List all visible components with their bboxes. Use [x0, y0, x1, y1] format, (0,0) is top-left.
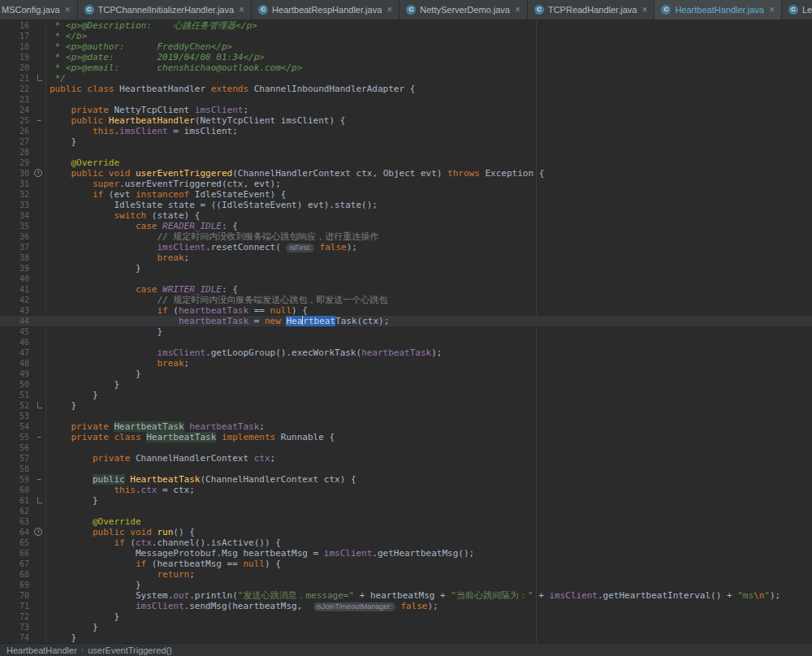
- editor-tab[interactable]: MSConfig.java×: [0, 0, 78, 19]
- close-icon[interactable]: ×: [387, 6, 392, 14]
- breadcrumb-item[interactable]: HeartbeatHandler: [6, 645, 77, 655]
- code-text[interactable]: }: [45, 495, 812, 506]
- editor-tab[interactable]: CHeartbeatRespHandler.java×: [252, 0, 400, 19]
- close-icon[interactable]: ×: [65, 6, 71, 14]
- line-number[interactable]: 51: [0, 390, 32, 400]
- fold-marker-icon[interactable]: −: [32, 474, 45, 485]
- line-number[interactable]: 53: [0, 411, 32, 421]
- line-number[interactable]: 65: [0, 537, 32, 548]
- editor-tab[interactable]: CNettyServerDemo.java×: [400, 0, 528, 19]
- breadcrumb-item[interactable]: userEventTriggered(): [88, 645, 172, 655]
- code-text[interactable]: @Override: [45, 516, 812, 527]
- code-text[interactable]: public void userEventTriggered(ChannelHa…: [45, 168, 812, 179]
- line-number[interactable]: 72: [0, 611, 32, 622]
- code-text[interactable]: * <p>@Description: 心跳任务管理器</p>: [45, 20, 812, 31]
- code-text[interactable]: if (ctx.channel().isActive()) {: [45, 537, 812, 548]
- line-number[interactable]: 73: [0, 622, 32, 632]
- code-text[interactable]: * </b>: [45, 31, 812, 41]
- fold-end-marker-icon[interactable]: [32, 495, 45, 506]
- code-text[interactable]: IdleState state = ((IdleStateEvent) evt)…: [45, 200, 812, 210]
- line-number[interactable]: 29: [0, 158, 32, 168]
- line-number[interactable]: 26: [0, 126, 32, 136]
- line-number[interactable]: 64: [0, 527, 32, 537]
- line-number[interactable]: 17: [0, 31, 32, 41]
- close-icon[interactable]: ×: [641, 6, 647, 14]
- line-number[interactable]: 59: [0, 474, 32, 485]
- line-number[interactable]: 70: [0, 590, 32, 601]
- line-number[interactable]: 27: [0, 136, 32, 147]
- line-number[interactable]: 63: [0, 516, 32, 527]
- code-text[interactable]: imsClient.getLoopGroup().execWorkTask(he…: [45, 347, 812, 358]
- code-text[interactable]: return;: [45, 569, 812, 580]
- code-text[interactable]: public HeartbeatTask(ChannelHandlerConte…: [45, 474, 812, 485]
- code-text[interactable]: switch (state) {: [45, 210, 812, 221]
- line-number[interactable]: 48: [0, 358, 32, 369]
- code-text[interactable]: * <p>@author: FreddyChen</p>: [45, 41, 812, 52]
- line-number[interactable]: 60: [0, 485, 32, 495]
- line-number[interactable]: 31: [0, 179, 32, 189]
- code-text[interactable]: [45, 442, 812, 453]
- code-text[interactable]: imsClient.resetConnect( isFirst: false);: [45, 242, 812, 252]
- line-number[interactable]: 66: [0, 548, 32, 559]
- code-text[interactable]: if (evt instanceof IdleStateEvent) {: [45, 189, 812, 200]
- line-number[interactable]: 23: [0, 94, 32, 105]
- line-number[interactable]: 41: [0, 284, 32, 295]
- code-text[interactable]: [45, 411, 812, 421]
- code-text[interactable]: */: [45, 73, 812, 84]
- line-number[interactable]: 62: [0, 506, 32, 516]
- line-number[interactable]: 50: [0, 379, 32, 390]
- code-text[interactable]: [45, 506, 812, 516]
- line-number[interactable]: 44: [0, 316, 32, 326]
- close-icon[interactable]: ×: [515, 6, 520, 14]
- editor-tab[interactable]: CLengthFieldBasedFrame: [782, 0, 812, 19]
- code-text[interactable]: System.out.println("发送心跳消息，message=" + h…: [45, 590, 812, 601]
- code-text[interactable]: }: [45, 136, 812, 147]
- code-text[interactable]: * <p>@date: 2019/04/08 01:34</p>: [45, 52, 812, 63]
- code-text[interactable]: break;: [45, 358, 812, 369]
- line-number[interactable]: 67: [0, 559, 32, 569]
- line-number[interactable]: 71: [0, 601, 32, 611]
- code-text[interactable]: }: [45, 400, 812, 411]
- code-text[interactable]: private class HeartbeatTask implements R…: [45, 432, 812, 442]
- code-text[interactable]: public class HeartbeatHandler extends Ch…: [45, 84, 812, 94]
- code-text[interactable]: case READER_IDLE: {: [45, 221, 812, 231]
- code-text[interactable]: this.imsClient = imsClient;: [45, 126, 812, 136]
- code-text[interactable]: private HeartbeatTask heartbeatTask;: [45, 421, 812, 432]
- code-text[interactable]: [45, 337, 812, 347]
- line-number[interactable]: 37: [0, 242, 32, 252]
- code-text[interactable]: [45, 274, 812, 284]
- code-text[interactable]: [45, 94, 812, 105]
- code-text[interactable]: }: [45, 369, 812, 379]
- line-number[interactable]: 74: [0, 632, 32, 643]
- fold-marker-icon[interactable]: −: [32, 432, 45, 442]
- code-text[interactable]: case WRITER_IDLE: {: [45, 284, 812, 295]
- fold-end-marker-icon[interactable]: [32, 400, 45, 411]
- override-method-icon[interactable]: [32, 527, 45, 537]
- line-number[interactable]: 18: [0, 41, 32, 52]
- line-number[interactable]: 36: [0, 231, 32, 242]
- line-number[interactable]: 24: [0, 105, 32, 115]
- code-text[interactable]: }: [45, 263, 812, 274]
- line-number[interactable]: 39: [0, 263, 32, 274]
- line-number[interactable]: 47: [0, 347, 32, 358]
- line-number[interactable]: 16: [0, 20, 32, 31]
- line-number[interactable]: 61: [0, 495, 32, 506]
- line-number[interactable]: 33: [0, 200, 32, 210]
- code-text[interactable]: this.ctx = ctx;: [45, 485, 812, 495]
- code-text[interactable]: }: [45, 632, 812, 643]
- fold-end-marker-icon[interactable]: [32, 73, 45, 84]
- line-number[interactable]: 42: [0, 295, 32, 305]
- line-number[interactable]: 19: [0, 52, 32, 63]
- code-text[interactable]: if (heartbeatMsg == null) {: [45, 559, 812, 569]
- line-number[interactable]: 43: [0, 305, 32, 316]
- close-icon[interactable]: ×: [239, 6, 244, 14]
- code-text[interactable]: imsClient.sendMsg(heartbeatMsg, isJoinTi…: [45, 601, 812, 611]
- fold-marker-icon[interactable]: −: [32, 115, 45, 126]
- code-text[interactable]: MessageProtobuf.Msg heartbeatMsg = imsCl…: [45, 548, 812, 559]
- code-text[interactable]: heartbeatTask = new HeartbeatTask(ctx);: [45, 316, 812, 326]
- code-text[interactable]: }: [45, 326, 812, 337]
- line-number[interactable]: 34: [0, 210, 32, 221]
- code-text[interactable]: }: [45, 379, 812, 390]
- line-number[interactable]: 58: [0, 464, 32, 474]
- close-icon[interactable]: ×: [769, 6, 775, 14]
